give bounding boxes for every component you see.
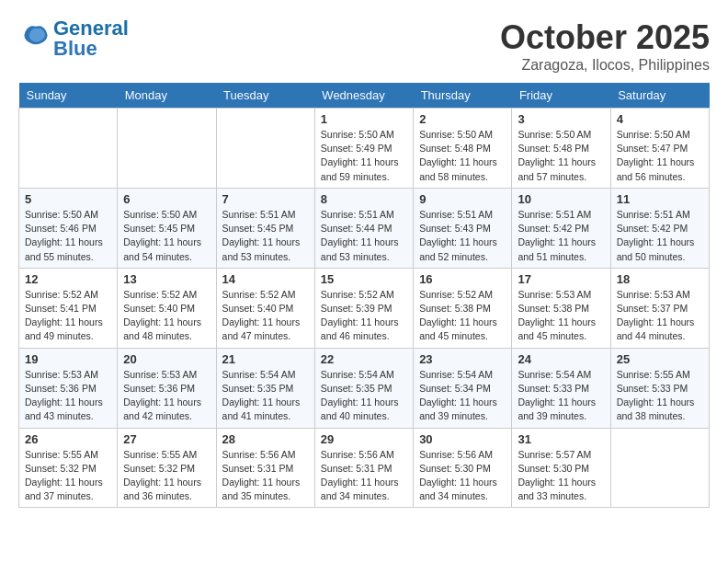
day-number: 21 — [222, 352, 309, 366]
day-number: 4 — [617, 112, 703, 126]
day-info: Sunrise: 5:50 AM Sunset: 5:48 PM Dayligh… — [518, 128, 604, 184]
calendar-cell: 19Sunrise: 5:53 AM Sunset: 5:36 PM Dayli… — [19, 348, 118, 428]
day-number: 7 — [222, 192, 309, 206]
day-number: 26 — [25, 432, 111, 446]
calendar-cell: 1Sunrise: 5:50 AM Sunset: 5:49 PM Daylig… — [314, 109, 413, 189]
day-number: 14 — [222, 272, 309, 286]
calendar-cell: 5Sunrise: 5:50 AM Sunset: 5:46 PM Daylig… — [19, 188, 118, 268]
day-number: 3 — [518, 112, 604, 126]
calendar-cell — [19, 109, 118, 189]
day-info: Sunrise: 5:51 AM Sunset: 5:44 PM Dayligh… — [321, 208, 407, 264]
day-number: 18 — [617, 272, 703, 286]
day-info: Sunrise: 5:56 AM Sunset: 5:31 PM Dayligh… — [321, 448, 407, 504]
day-info: Sunrise: 5:51 AM Sunset: 5:43 PM Dayligh… — [419, 208, 506, 264]
day-number: 15 — [321, 272, 407, 286]
calendar-week-row: 19Sunrise: 5:53 AM Sunset: 5:36 PM Dayli… — [19, 348, 710, 428]
calendar-cell: 9Sunrise: 5:51 AM Sunset: 5:43 PM Daylig… — [414, 188, 512, 268]
day-number: 16 — [419, 272, 506, 286]
day-info: Sunrise: 5:52 AM Sunset: 5:38 PM Dayligh… — [419, 288, 506, 344]
day-number: 28 — [222, 432, 309, 446]
day-info: Sunrise: 5:50 AM Sunset: 5:47 PM Dayligh… — [617, 128, 703, 184]
day-info: Sunrise: 5:53 AM Sunset: 5:38 PM Dayligh… — [518, 288, 604, 344]
day-number: 27 — [123, 432, 210, 446]
calendar-cell — [118, 109, 216, 189]
day-number: 5 — [25, 192, 111, 206]
day-info: Sunrise: 5:53 AM Sunset: 5:37 PM Dayligh… — [617, 288, 703, 344]
calendar-cell: 6Sunrise: 5:50 AM Sunset: 5:45 PM Daylig… — [118, 188, 216, 268]
calendar-cell — [610, 428, 709, 508]
day-info: Sunrise: 5:50 AM Sunset: 5:46 PM Dayligh… — [25, 208, 111, 264]
calendar-cell: 31Sunrise: 5:57 AM Sunset: 5:30 PM Dayli… — [512, 428, 610, 508]
day-info: Sunrise: 5:51 AM Sunset: 5:42 PM Dayligh… — [617, 208, 703, 264]
day-info: Sunrise: 5:50 AM Sunset: 5:48 PM Dayligh… — [419, 128, 506, 184]
calendar-cell: 18Sunrise: 5:53 AM Sunset: 5:37 PM Dayli… — [610, 268, 709, 348]
calendar-cell: 15Sunrise: 5:52 AM Sunset: 5:39 PM Dayli… — [314, 268, 413, 348]
day-number: 31 — [518, 432, 604, 446]
calendar-cell: 8Sunrise: 5:51 AM Sunset: 5:44 PM Daylig… — [314, 188, 413, 268]
calendar-cell: 16Sunrise: 5:52 AM Sunset: 5:38 PM Dayli… — [414, 268, 512, 348]
day-number: 22 — [321, 352, 407, 366]
day-info: Sunrise: 5:55 AM Sunset: 5:32 PM Dayligh… — [25, 448, 111, 504]
weekday-header-monday: Monday — [118, 83, 216, 109]
calendar-cell: 21Sunrise: 5:54 AM Sunset: 5:35 PM Dayli… — [216, 348, 314, 428]
day-info: Sunrise: 5:53 AM Sunset: 5:36 PM Dayligh… — [123, 368, 210, 424]
day-info: Sunrise: 5:56 AM Sunset: 5:31 PM Dayligh… — [222, 448, 309, 504]
weekday-header-row: SundayMondayTuesdayWednesdayThursdayFrid… — [19, 83, 710, 109]
day-number: 9 — [419, 192, 506, 206]
day-info: Sunrise: 5:53 AM Sunset: 5:36 PM Dayligh… — [25, 368, 111, 424]
weekday-header-saturday: Saturday — [610, 83, 709, 109]
calendar-cell: 30Sunrise: 5:56 AM Sunset: 5:30 PM Dayli… — [414, 428, 512, 508]
day-number: 2 — [419, 112, 506, 126]
calendar-cell: 3Sunrise: 5:50 AM Sunset: 5:48 PM Daylig… — [512, 109, 610, 189]
day-number: 10 — [518, 192, 604, 206]
weekday-header-wednesday: Wednesday — [314, 83, 413, 109]
calendar-cell: 29Sunrise: 5:56 AM Sunset: 5:31 PM Dayli… — [314, 428, 413, 508]
calendar-cell: 24Sunrise: 5:54 AM Sunset: 5:33 PM Dayli… — [512, 348, 610, 428]
day-info: Sunrise: 5:54 AM Sunset: 5:35 PM Dayligh… — [321, 368, 407, 424]
calendar-table: SundayMondayTuesdayWednesdayThursdayFrid… — [18, 83, 710, 508]
logo-text: General Blue — [53, 18, 129, 59]
day-number: 24 — [518, 352, 604, 366]
day-info: Sunrise: 5:57 AM Sunset: 5:30 PM Dayligh… — [518, 448, 604, 504]
calendar-cell: 11Sunrise: 5:51 AM Sunset: 5:42 PM Dayli… — [610, 188, 709, 268]
day-info: Sunrise: 5:54 AM Sunset: 5:34 PM Dayligh… — [419, 368, 506, 424]
calendar-week-row: 12Sunrise: 5:52 AM Sunset: 5:41 PM Dayli… — [19, 268, 710, 348]
location: Zaragoza, Ilocos, Philippines — [500, 57, 710, 74]
day-number: 25 — [617, 352, 703, 366]
calendar-week-row: 1Sunrise: 5:50 AM Sunset: 5:49 PM Daylig… — [19, 109, 710, 189]
calendar-week-row: 5Sunrise: 5:50 AM Sunset: 5:46 PM Daylig… — [19, 188, 710, 268]
calendar-cell: 13Sunrise: 5:52 AM Sunset: 5:40 PM Dayli… — [118, 268, 216, 348]
day-info: Sunrise: 5:56 AM Sunset: 5:30 PM Dayligh… — [419, 448, 506, 504]
calendar-cell: 17Sunrise: 5:53 AM Sunset: 5:38 PM Dayli… — [512, 268, 610, 348]
calendar-cell: 26Sunrise: 5:55 AM Sunset: 5:32 PM Dayli… — [19, 428, 118, 508]
day-info: Sunrise: 5:52 AM Sunset: 5:40 PM Dayligh… — [123, 288, 210, 344]
day-info: Sunrise: 5:55 AM Sunset: 5:33 PM Dayligh… — [617, 368, 703, 424]
calendar-cell: 2Sunrise: 5:50 AM Sunset: 5:48 PM Daylig… — [414, 109, 512, 189]
day-info: Sunrise: 5:52 AM Sunset: 5:41 PM Dayligh… — [25, 288, 111, 344]
day-number: 17 — [518, 272, 604, 286]
calendar-week-row: 26Sunrise: 5:55 AM Sunset: 5:32 PM Dayli… — [19, 428, 710, 508]
calendar-cell: 4Sunrise: 5:50 AM Sunset: 5:47 PM Daylig… — [610, 109, 709, 189]
title-block: October 2025 Zaragoza, Ilocos, Philippin… — [500, 18, 710, 74]
calendar-cell: 27Sunrise: 5:55 AM Sunset: 5:32 PM Dayli… — [118, 428, 216, 508]
day-info: Sunrise: 5:51 AM Sunset: 5:45 PM Dayligh… — [222, 208, 309, 264]
calendar-cell: 23Sunrise: 5:54 AM Sunset: 5:34 PM Dayli… — [414, 348, 512, 428]
logo-blue: Blue — [53, 37, 97, 60]
day-info: Sunrise: 5:54 AM Sunset: 5:35 PM Dayligh… — [222, 368, 309, 424]
day-number: 12 — [25, 272, 111, 286]
calendar-cell: 7Sunrise: 5:51 AM Sunset: 5:45 PM Daylig… — [216, 188, 314, 268]
calendar-cell: 10Sunrise: 5:51 AM Sunset: 5:42 PM Dayli… — [512, 188, 610, 268]
day-number: 1 — [321, 112, 407, 126]
logo-icon — [22, 23, 50, 51]
calendar-cell: 22Sunrise: 5:54 AM Sunset: 5:35 PM Dayli… — [314, 348, 413, 428]
calendar-cell: 28Sunrise: 5:56 AM Sunset: 5:31 PM Dayli… — [216, 428, 314, 508]
logo: General Blue — [18, 18, 129, 59]
day-info: Sunrise: 5:50 AM Sunset: 5:49 PM Dayligh… — [321, 128, 407, 184]
calendar-cell: 25Sunrise: 5:55 AM Sunset: 5:33 PM Dayli… — [610, 348, 709, 428]
day-number: 29 — [321, 432, 407, 446]
day-number: 11 — [617, 192, 703, 206]
day-number: 6 — [123, 192, 210, 206]
weekday-header-sunday: Sunday — [19, 83, 118, 109]
month-title: October 2025 — [500, 18, 710, 57]
weekday-header-tuesday: Tuesday — [216, 83, 314, 109]
